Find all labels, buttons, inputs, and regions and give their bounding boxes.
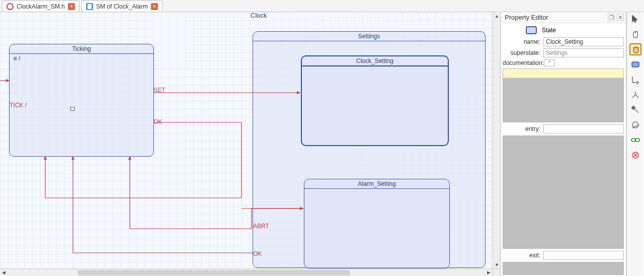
exit-field[interactable]	[543, 251, 624, 260]
scroll-left-icon[interactable]: ◀	[0, 269, 8, 277]
state-ticking-entry: e /	[14, 55, 20, 62]
documentation-row: documentation: ⌃	[501, 58, 626, 67]
svg-rect-6	[631, 139, 635, 142]
tab-strip: ClockAlarm_SM.h × SM of Clock_Alarm ×	[0, 0, 644, 12]
entry-textarea[interactable]	[503, 135, 624, 249]
delete-x-icon	[631, 151, 640, 160]
diagram-canvas-wrap: Clock Ticking e / TICK / Settings Clock_…	[0, 12, 501, 276]
history-tool[interactable]	[629, 119, 641, 131]
superstate-label: superstate:	[503, 49, 541, 56]
pan-tool[interactable]	[629, 28, 641, 40]
exit-row: exit:	[501, 250, 626, 261]
transition-tool[interactable]	[629, 74, 641, 86]
scroll-down-icon[interactable]: ▼	[493, 261, 501, 268]
state-chip-icon	[526, 26, 537, 34]
transition-tick-label: TICK /	[10, 102, 27, 109]
link-icon	[631, 135, 640, 145]
grab-hand-icon	[631, 45, 640, 54]
property-editor: Property Editor ❐ ✕ State name: supersta…	[501, 12, 626, 276]
state-rect-icon	[631, 60, 640, 69]
close-icon[interactable]: ×	[68, 3, 75, 10]
diagram-canvas[interactable]: Clock Ticking e / TICK / Settings Clock_…	[0, 12, 493, 268]
name-label: name:	[503, 38, 541, 45]
state-clock-setting-title: Clock_Setting	[302, 56, 448, 66]
name-row: name:	[501, 36, 626, 47]
vertical-scrollbar[interactable]: ▲ ▼	[493, 12, 500, 268]
entry-label: entry:	[503, 125, 541, 132]
exit-textarea[interactable]	[503, 262, 624, 275]
svg-rect-7	[635, 139, 639, 142]
scroll-thumb-h[interactable]	[78, 270, 350, 275]
main-area: Clock Ticking e / TICK / Settings Clock_…	[0, 12, 644, 276]
transition-set-label: SET	[153, 87, 165, 94]
statemachine-icon	[86, 3, 93, 10]
transition-arrow-icon	[631, 75, 640, 84]
documentation-textarea[interactable]	[503, 68, 624, 122]
superstate-row: superstate:	[501, 47, 626, 58]
initial-tool[interactable]	[629, 89, 641, 101]
close-icon[interactable]: ×	[151, 3, 158, 10]
state-clock-setting[interactable]: Clock_Setting	[301, 55, 449, 146]
transition-ok2-label: OK	[253, 250, 262, 257]
tab-label: ClockAlarm_SM.h	[17, 3, 65, 10]
exit-label: exit:	[503, 252, 541, 259]
entry-row: entry:	[501, 123, 626, 134]
state-clock-title: Clock	[251, 12, 267, 19]
restore-icon[interactable]: ❐	[608, 14, 615, 21]
close-icon[interactable]: ✕	[617, 14, 624, 21]
scrollbar-corner	[493, 268, 500, 276]
self-transition-handle[interactable]	[70, 107, 74, 111]
superstate-field[interactable]	[543, 48, 624, 57]
horizontal-scrollbar[interactable]: ◀ ▶	[0, 268, 493, 276]
tool-palette	[626, 12, 643, 276]
transition-ok-label: OK	[153, 118, 162, 125]
svg-point-5	[632, 122, 638, 128]
select-tool[interactable]	[629, 13, 641, 25]
tab-label: SM of Clock_Alarm	[96, 3, 148, 10]
state-ticking[interactable]: Ticking	[9, 44, 154, 157]
cursor-icon	[631, 15, 640, 24]
name-field[interactable]	[543, 37, 624, 46]
state-alarm-setting-title: Alarm_Setting	[304, 179, 449, 189]
scroll-up-icon[interactable]: ▲	[493, 12, 501, 20]
type-label: State	[542, 27, 556, 34]
documentation-label: documentation:	[503, 59, 542, 66]
tab-clockalarm-h[interactable]: ClockAlarm_SM.h ×	[2, 1, 79, 12]
open-hand-icon	[631, 30, 640, 39]
delete-tool[interactable]	[629, 149, 641, 161]
link-tool[interactable]	[629, 134, 641, 146]
choice-tool[interactable]	[629, 104, 641, 116]
grab-tool[interactable]	[629, 43, 641, 55]
choice-point-icon	[631, 105, 640, 114]
entry-field[interactable]	[543, 124, 624, 133]
scroll-right-icon[interactable]: ▶	[485, 269, 493, 277]
svg-rect-3	[632, 62, 639, 67]
panel-title: Property Editor	[505, 14, 548, 21]
right-panels: Property Editor ❐ ✕ State name: supersta…	[501, 12, 644, 276]
state-settings-title: Settings	[253, 32, 485, 41]
c-file-icon	[7, 3, 14, 10]
transition-abrt-label: ABRT	[253, 223, 269, 230]
type-row: State	[501, 23, 626, 36]
history-circle-icon	[631, 120, 640, 129]
state-ticking-title: Ticking	[10, 44, 153, 54]
state-tool[interactable]	[629, 58, 641, 71]
initial-branch-icon	[631, 90, 640, 99]
tab-sm-clock-alarm[interactable]: SM of Clock_Alarm ×	[82, 1, 163, 12]
collapse-icon[interactable]: ⌃	[544, 59, 555, 66]
property-editor-header: Property Editor ❐ ✕	[501, 12, 626, 23]
state-alarm-setting[interactable]: Alarm_Setting	[304, 179, 450, 268]
documentation-line-highlight	[503, 69, 623, 78]
